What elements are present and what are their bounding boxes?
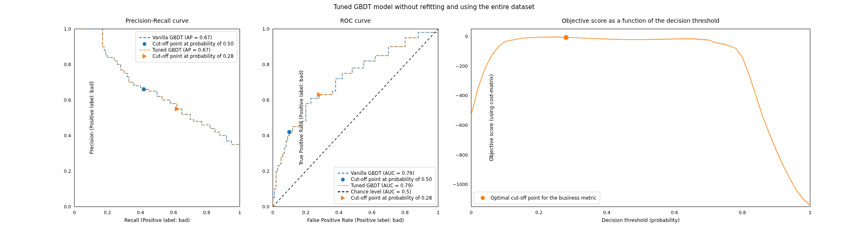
y-tick-label: 0.8 (64, 62, 75, 67)
x-tick-label: 0.6 (170, 207, 177, 215)
x-tick-label: 0.2 (104, 207, 111, 215)
x-tick-label: 1 (437, 207, 440, 215)
y-tick-label: 1.0 (64, 26, 75, 32)
x-tick-label: 0.8 (739, 207, 746, 215)
x-tick-label: 1 (238, 207, 241, 215)
y-tick-label: −600 (455, 122, 471, 128)
legend-item: Cut-off point at probability of 0.28 (351, 195, 432, 201)
legend: Optimal cut-off point for the business m… (474, 192, 600, 204)
legend-item: Chance level (AUC = 0.5) (351, 189, 411, 195)
x-tick-label: 0.2 (302, 207, 310, 215)
x-tick-label: 0.6 (368, 207, 376, 215)
legend-item: Vanilla GBDT (AUC = 0.79) (351, 170, 415, 176)
x-tick-label: 0.4 (137, 207, 144, 215)
objective-score-subplot: Objective score as a function of the dec… (471, 29, 810, 207)
y-tick-label: −400 (455, 93, 471, 98)
y-tick-label: 1.0 (262, 26, 273, 32)
svg-point-10 (287, 130, 291, 134)
legend-item: Cut-off point at probability of 0.50 (351, 176, 432, 182)
y-tick-label: 0.2 (64, 169, 75, 174)
y-tick-label: 0.0 (64, 204, 75, 210)
svg-marker-11 (317, 92, 322, 97)
svg-point-4 (142, 87, 146, 91)
legend-item: Tuned GBDT (AP = 0.67) (153, 47, 211, 53)
legend-item: Tuned GBDT (AUC = 0.79) (351, 183, 413, 188)
y-tick-label: −200 (455, 63, 471, 69)
legend: Vanilla GBDT (AUC = 0.79) Cut-off point … (334, 167, 436, 204)
chart-title: ROC curve (273, 17, 438, 24)
legend-item: Cut-off point at probability of 0.28 (153, 53, 234, 59)
y-tick-label: 0.6 (262, 98, 273, 103)
x-tick-label: 0.8 (401, 207, 409, 215)
y-tick-label: 0.4 (262, 133, 273, 138)
roc-curve-subplot: ROC curve False Positive Rate (Positive … (273, 29, 438, 207)
chart-title: Objective score as a function of the dec… (471, 17, 810, 24)
chart-title: Precision-Recall curve (74, 17, 240, 24)
y-tick-label: −800 (455, 152, 471, 157)
svg-marker-5 (175, 107, 180, 112)
x-tick-label: 0.4 (603, 207, 610, 215)
pr-curve-subplot: Precision-Recall curve Recall (Positive … (74, 29, 240, 207)
y-tick-label: 0.8 (262, 62, 273, 67)
y-tick-label: 0.6 (64, 98, 75, 103)
y-tick-label: 0.4 (64, 133, 75, 138)
x-tick-label: 0.2 (535, 207, 543, 215)
y-tick-label: 0.2 (262, 169, 273, 174)
svg-point-16 (564, 35, 569, 40)
y-tick-label: −1000 (453, 182, 471, 187)
axes (471, 29, 810, 207)
x-axis-label: Decision threshold (probability) (471, 217, 810, 223)
figure-suptitle: Tuned GBDT model without refitting and u… (0, 3, 868, 11)
x-axis-label: False Positive Rate (Positive label: bad… (273, 217, 438, 223)
figure: Tuned GBDT model without refitting and u… (0, 0, 868, 248)
x-axis-label: Recall (Positive label: bad) (74, 217, 240, 223)
y-axis-label: True Positive Rate (Positive label: bad) (298, 70, 304, 165)
y-tick-label: 0 (465, 33, 471, 39)
legend-item: Optimal cut-off point for the business m… (491, 195, 596, 201)
x-tick-label: 0 (470, 207, 473, 215)
x-tick-label: 1 (809, 207, 812, 215)
legend-item: Vanilla GBDT (AP = 0.67) (153, 35, 212, 41)
y-tick-label: 0.0 (262, 204, 273, 210)
y-axis-label: Objective score (using cost-matrix) (489, 74, 494, 162)
y-axis-label: Precision (Positive label: bad) (89, 81, 95, 154)
legend: Vanilla GBDT (AP = 0.67) Cut-off point a… (136, 31, 237, 62)
x-tick-label: 0.4 (335, 207, 343, 215)
legend-item: Cut-off point at probability of 0.50 (153, 41, 234, 47)
x-tick-label: 0.8 (203, 207, 210, 215)
x-tick-label: 0.6 (671, 207, 678, 215)
